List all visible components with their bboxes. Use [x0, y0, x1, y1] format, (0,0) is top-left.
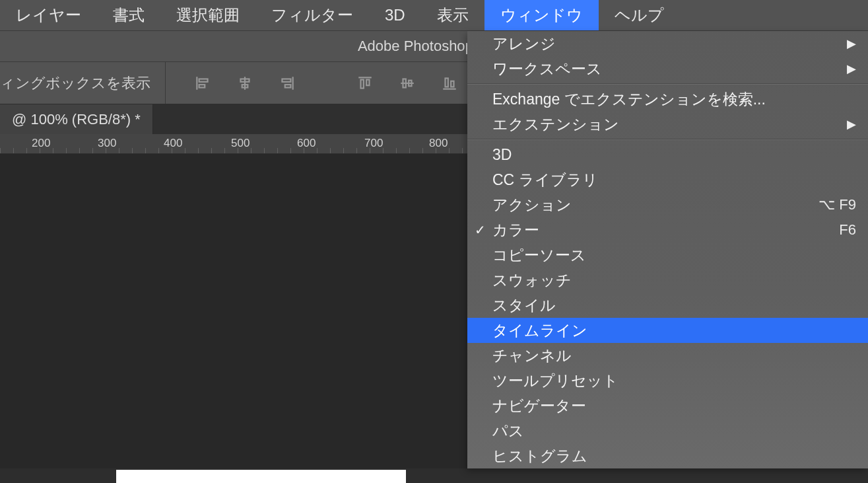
menu-item-label: タイムライン — [492, 320, 868, 341]
document-tab[interactable]: @ 100% (RGB/8*) * — [0, 104, 153, 134]
menu-help[interactable]: ヘルプ — [599, 0, 680, 30]
menu-item-label: ヒストグラム — [492, 446, 868, 466]
menu-item-histogram[interactable]: ヒストグラム — [467, 443, 868, 468]
menu-label: 3D — [385, 6, 405, 24]
menu-item-label: 3D — [492, 146, 868, 164]
menu-label: フィルター — [271, 5, 353, 26]
menu-item-styles[interactable]: スタイル — [467, 293, 868, 318]
menu-item-copy-source[interactable]: コピーソース — [467, 242, 868, 268]
menubar: レイヤー 書式 選択範囲 フィルター 3D 表示 ウィンドウ ヘルプ — [0, 0, 868, 31]
menu-shortcut: ⌥ F9 — [818, 196, 868, 213]
window-menu-dropdown: アレンジ ▶ ワークスペース ▶ Exchange でエクステンションを検索..… — [467, 31, 868, 468]
menu-3d[interactable]: 3D — [369, 0, 421, 30]
menu-item-label: アレンジ — [492, 34, 847, 54]
menu-label: レイヤー — [16, 5, 81, 26]
options-label: ィングボックスを表示 — [0, 73, 150, 93]
submenu-arrow-icon: ▶ — [847, 36, 868, 51]
svg-rect-8 — [285, 85, 291, 87]
svg-rect-1 — [199, 79, 208, 81]
menu-item-timeline[interactable]: タイムライン — [467, 318, 868, 343]
menu-item-label: ツールプリセット — [492, 371, 868, 391]
svg-rect-16 — [446, 78, 448, 87]
menu-label: 表示 — [437, 5, 469, 26]
ruler-mark: 500 — [231, 137, 250, 150]
menu-filter[interactable]: フィルター — [255, 0, 369, 30]
ruler-mark: 700 — [364, 137, 383, 150]
align-center-h-icon[interactable] — [236, 74, 254, 93]
svg-rect-10 — [361, 79, 364, 88]
ruler-mark: 400 — [164, 137, 182, 150]
menu-select[interactable]: 選択範囲 — [160, 0, 255, 30]
menu-item-cc-libraries[interactable]: CC ライブラリ — [467, 167, 868, 192]
menu-view[interactable]: 表示 — [421, 0, 484, 30]
menu-item-label: チャンネル — [492, 346, 868, 366]
menu-label: 選択範囲 — [176, 5, 240, 26]
ruler-mark: 200 — [32, 137, 50, 150]
menu-item-navigator[interactable]: ナビゲーター — [467, 393, 868, 418]
menu-separator — [467, 139, 868, 140]
menu-item-tool-presets[interactable]: ツールプリセット — [467, 368, 868, 393]
menu-item-color[interactable]: ✓ カラー F6 — [467, 217, 868, 242]
menu-label: ウィンドウ — [500, 5, 583, 26]
menu-layer[interactable]: レイヤー — [0, 0, 97, 30]
menu-item-arrange[interactable]: アレンジ ▶ — [467, 31, 868, 56]
submenu-arrow-icon: ▶ — [847, 61, 868, 76]
menu-separator — [467, 83, 868, 85]
svg-rect-17 — [451, 81, 453, 87]
align-right-icon[interactable] — [278, 74, 296, 93]
menu-item-label: カラー — [492, 220, 839, 241]
menu-label: ヘルプ — [615, 5, 664, 26]
menu-shortcut: F6 — [839, 221, 868, 239]
svg-rect-2 — [199, 85, 205, 87]
menu-item-label: パス — [492, 421, 868, 441]
menu-item-label: ナビゲーター — [492, 396, 868, 416]
menu-item-actions[interactable]: アクション ⌥ F9 — [467, 192, 868, 217]
align-middle-v-icon[interactable] — [398, 74, 417, 93]
menu-item-workspace[interactable]: ワークスペース ▶ — [467, 56, 868, 81]
svg-rect-11 — [366, 79, 369, 85]
menu-item-label: スタイル — [492, 295, 868, 316]
menu-type[interactable]: 書式 — [97, 0, 160, 30]
align-left-icon[interactable] — [193, 74, 212, 93]
submenu-arrow-icon: ▶ — [847, 117, 868, 131]
align-bottom-icon[interactable] — [440, 74, 459, 93]
menu-item-channels[interactable]: チャンネル — [467, 343, 868, 368]
check-icon: ✓ — [467, 222, 492, 238]
ruler-mark: 800 — [429, 137, 448, 150]
menu-label: 書式 — [113, 5, 145, 26]
options-text: ィングボックスを表示 — [0, 62, 166, 104]
ruler-mark: 600 — [297, 137, 316, 150]
ruler-mark: 300 — [98, 137, 116, 150]
menu-item-label: ワークスペース — [492, 59, 847, 79]
svg-rect-7 — [282, 79, 290, 81]
canvas-bottom-strip — [116, 470, 406, 483]
document-tab-label: @ 100% (RGB/8*) * — [12, 111, 141, 128]
menu-item-3d[interactable]: 3D — [467, 142, 868, 167]
menu-item-label: Exchange でエクステンションを検索... — [492, 89, 868, 110]
menu-item-swatches[interactable]: スウォッチ — [467, 268, 868, 293]
menu-item-extensions[interactable]: エクステンション ▶ — [467, 112, 868, 137]
menu-item-exchange[interactable]: Exchange でエクステンションを検索... — [467, 87, 868, 112]
menu-item-label: スウォッチ — [492, 270, 868, 291]
menu-item-label: アクション — [492, 195, 818, 215]
menu-item-label: CC ライブラリ — [492, 170, 868, 190]
menu-item-paths[interactable]: パス — [467, 418, 868, 443]
menu-item-label: コピーソース — [492, 245, 868, 266]
menu-window[interactable]: ウィンドウ — [484, 0, 599, 30]
menu-item-label: エクステンション — [492, 114, 847, 135]
align-top-icon[interactable] — [356, 74, 374, 93]
